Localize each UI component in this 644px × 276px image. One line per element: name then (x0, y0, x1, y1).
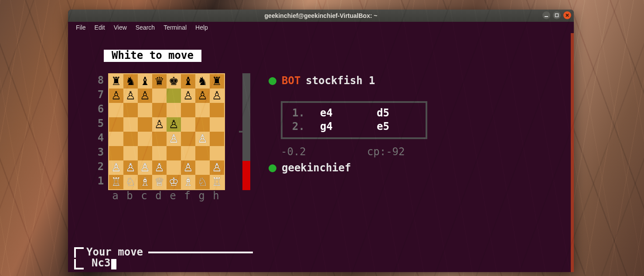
square-d2: ♙ (152, 160, 167, 175)
moves-box: 1. e4 d5 2. g4 e5 (281, 101, 427, 139)
bot-tag: BOT (282, 75, 300, 87)
menu-edit[interactable]: Edit (91, 23, 109, 32)
maximize-button[interactable] (553, 11, 561, 19)
rank-2: 2 (97, 160, 105, 174)
square-d1: ♕ (152, 175, 167, 189)
square-c4 (138, 132, 152, 146)
move-prompt: Your move Nc3 (74, 246, 253, 269)
square-c5 (138, 117, 152, 132)
self-row: geekinchief (269, 162, 427, 174)
square-h8: ♜ (210, 74, 224, 89)
square-c2: ♙ (138, 160, 152, 175)
square-g4: ♙ (195, 132, 210, 146)
square-d7 (152, 89, 167, 103)
square-e8: ♚ (167, 74, 181, 89)
square-c6 (138, 103, 152, 117)
minimize-button[interactable] (542, 11, 550, 19)
menubar: File Edit View Search Terminal Help (68, 22, 574, 33)
menu-terminal[interactable]: Terminal (160, 23, 190, 32)
square-d4 (152, 132, 167, 146)
square-h2: ♙ (210, 160, 224, 175)
menu-search[interactable]: Search (132, 23, 158, 32)
square-g3 (195, 146, 210, 160)
square-d6 (152, 103, 167, 117)
move-num-1: 1. (292, 107, 320, 119)
eval-bar (242, 73, 250, 190)
square-f1: ♗ (181, 175, 195, 189)
bracket-bottom-icon (74, 259, 84, 269)
rank-7: 7 (97, 88, 105, 102)
rank-6: 6 (97, 102, 105, 116)
move-input[interactable]: Nc3 (92, 257, 110, 269)
self-name: geekinchief (282, 162, 351, 174)
svg-rect-0 (545, 16, 548, 17)
info-panel: BOT stockfish 1 1. e4 d5 2. g4 e5 -0.2 c… (269, 75, 427, 174)
square-b3 (123, 146, 138, 160)
rank-labels: 8 7 6 5 4 3 2 1 (97, 73, 105, 188)
move-2w: g4 (320, 121, 377, 133)
square-f4 (181, 132, 195, 146)
rank-3: 3 (97, 145, 105, 160)
file-a: a (108, 190, 123, 202)
menu-file[interactable]: File (72, 23, 89, 32)
window-title: geekinchief@geekinchief-VirtualBox: ~ (265, 12, 378, 19)
close-button[interactable] (563, 11, 571, 19)
file-labels: a b c d e f g h (108, 190, 225, 202)
chess-board-area: 8 7 6 5 4 3 2 1 ♜♞♝♛♚♝♞♜♙♙♙♙♙♙♙♙♙♙♙♙♙♙♙♙… (97, 73, 225, 202)
scrollbar[interactable] (571, 33, 574, 272)
square-b7: ♙ (123, 89, 138, 103)
cp-score: cp:-92 (367, 146, 405, 158)
terminal-content[interactable]: White to move 8 7 6 5 4 3 2 1 ♜♞♝♛♚♝♞♜♙♙… (68, 33, 574, 272)
eval-midline-icon (239, 131, 242, 133)
score-row: -0.2 cp:-92 (281, 146, 427, 158)
square-c1: ♗ (138, 175, 152, 189)
square-f8: ♝ (181, 74, 195, 89)
square-h1: ♖ (210, 175, 224, 189)
square-g1: ♘ (195, 175, 210, 189)
eval-fill (242, 161, 250, 190)
square-c8: ♝ (138, 74, 152, 89)
eval-score: -0.2 (281, 146, 306, 158)
file-g: g (194, 190, 209, 202)
square-d3 (152, 146, 167, 160)
file-c: c (137, 190, 151, 202)
square-b6 (123, 103, 138, 117)
file-f: f (180, 190, 194, 202)
rank-4: 4 (97, 131, 105, 145)
square-e6 (167, 103, 181, 117)
square-b1: ♘ (123, 175, 138, 189)
square-e1: ♔ (167, 175, 181, 189)
bracket-top-icon (74, 247, 84, 258)
file-h: h (209, 190, 223, 202)
square-e7 (167, 89, 181, 103)
prompt-rule-icon (148, 252, 253, 253)
square-a4 (109, 132, 123, 146)
move-1w: e4 (320, 107, 377, 119)
move-2b: e5 (377, 121, 416, 133)
square-e3 (167, 146, 181, 160)
square-a7: ♙ (109, 89, 123, 103)
square-g7: ♙ (195, 89, 210, 103)
window-titlebar[interactable]: geekinchief@geekinchief-VirtualBox: ~ (68, 10, 574, 22)
square-f7: ♙ (181, 89, 195, 103)
online-dot-icon (269, 77, 276, 85)
square-c7: ♙ (138, 89, 152, 103)
square-a1: ♖ (109, 175, 123, 189)
desktop-wallpaper: geekinchief@geekinchief-VirtualBox: ~ Fi… (0, 0, 644, 276)
square-a8: ♜ (109, 74, 123, 89)
square-f2: ♙ (181, 160, 195, 175)
square-h6 (210, 103, 224, 117)
square-a2: ♙ (109, 160, 123, 175)
menu-help[interactable]: Help (192, 23, 211, 32)
square-g8: ♞ (195, 74, 210, 89)
menu-view[interactable]: View (110, 23, 130, 32)
file-d: d (151, 190, 166, 202)
move-num-2: 2. (292, 121, 320, 133)
square-a6 (109, 103, 123, 117)
square-h5 (210, 117, 224, 132)
svg-rect-1 (555, 14, 559, 17)
file-b: b (123, 190, 137, 202)
rank-1: 1 (97, 174, 105, 188)
square-b4 (123, 132, 138, 146)
square-h3 (210, 146, 224, 160)
